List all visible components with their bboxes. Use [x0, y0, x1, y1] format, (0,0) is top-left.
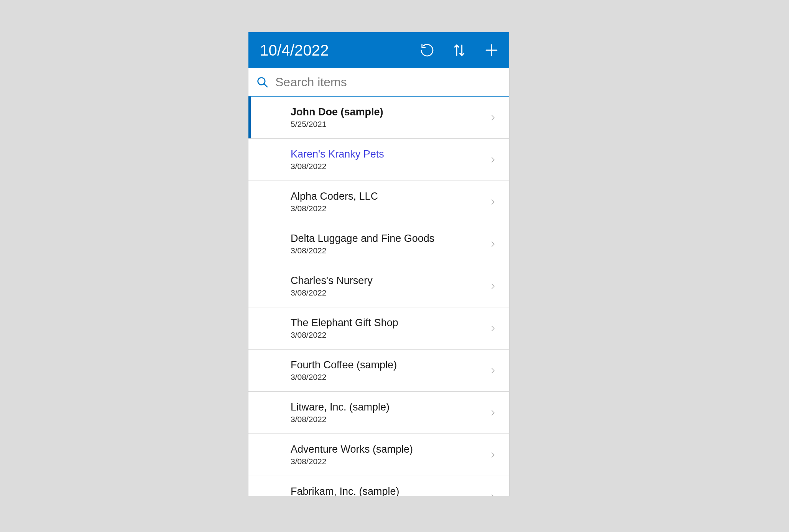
list-item[interactable]: Fabrikam, Inc. (sample)3/08/2022	[248, 476, 509, 496]
search-icon	[255, 75, 269, 89]
item-title: John Doe (sample)	[291, 106, 498, 118]
item-date: 3/08/2022	[291, 162, 498, 171]
chevron-right-icon	[489, 323, 497, 334]
chevron-right-icon	[489, 154, 497, 166]
item-title: Alpha Coders, LLC	[291, 190, 498, 202]
item-title: Delta Luggage and Fine Goods	[291, 232, 498, 245]
item-title: The Elephant Gift Shop	[291, 317, 498, 329]
item-date: 3/08/2022	[291, 246, 498, 255]
chevron-right-icon	[489, 449, 497, 461]
list-item[interactable]: Alpha Coders, LLC3/08/2022	[248, 181, 509, 223]
item-title: Litware, Inc. (sample)	[291, 401, 498, 413]
item-date: 5/25/2021	[291, 120, 498, 129]
list-item[interactable]: Delta Luggage and Fine Goods3/08/2022	[248, 223, 509, 265]
item-title: Karen's Kranky Pets	[291, 148, 498, 160]
header-bar: 10/4/2022	[248, 32, 509, 68]
chevron-right-icon	[489, 196, 497, 208]
item-list[interactable]: John Doe (sample)5/25/2021Karen's Kranky…	[248, 97, 509, 496]
item-title: Fourth Coffee (sample)	[291, 359, 498, 371]
item-title: Adventure Works (sample)	[291, 443, 498, 455]
list-item[interactable]: Adventure Works (sample)3/08/2022	[248, 434, 509, 476]
item-date: 3/08/2022	[291, 330, 498, 340]
header-actions	[419, 42, 500, 59]
refresh-icon[interactable]	[419, 42, 436, 59]
chevron-right-icon	[489, 238, 497, 250]
chevron-right-icon	[489, 407, 497, 419]
header-title: 10/4/2022	[260, 42, 419, 59]
svg-line-5	[264, 84, 267, 87]
chevron-right-icon	[489, 112, 497, 123]
search-input[interactable]	[275, 75, 502, 89]
chevron-right-icon	[489, 491, 497, 496]
search-bar[interactable]	[248, 68, 509, 97]
list-item[interactable]: John Doe (sample)5/25/2021	[248, 97, 509, 139]
list-item[interactable]: Karen's Kranky Pets3/08/2022	[248, 139, 509, 181]
item-title: Fabrikam, Inc. (sample)	[291, 485, 498, 496]
add-icon[interactable]	[483, 42, 500, 59]
item-date: 3/08/2022	[291, 288, 498, 297]
chevron-right-icon	[489, 365, 497, 376]
app-frame: 10/4/2022	[248, 32, 509, 496]
item-date: 3/08/2022	[291, 415, 498, 424]
list-item[interactable]: The Elephant Gift Shop3/08/2022	[248, 307, 509, 350]
item-date: 3/08/2022	[291, 373, 498, 382]
list-item[interactable]: Litware, Inc. (sample)3/08/2022	[248, 392, 509, 434]
chevron-right-icon	[489, 281, 497, 292]
item-date: 3/08/2022	[291, 204, 498, 213]
list-item[interactable]: Charles's Nursery3/08/2022	[248, 265, 509, 307]
item-date: 3/08/2022	[291, 457, 498, 466]
item-title: Charles's Nursery	[291, 274, 498, 287]
sort-icon[interactable]	[451, 42, 468, 59]
list-item[interactable]: Fourth Coffee (sample)3/08/2022	[248, 350, 509, 392]
